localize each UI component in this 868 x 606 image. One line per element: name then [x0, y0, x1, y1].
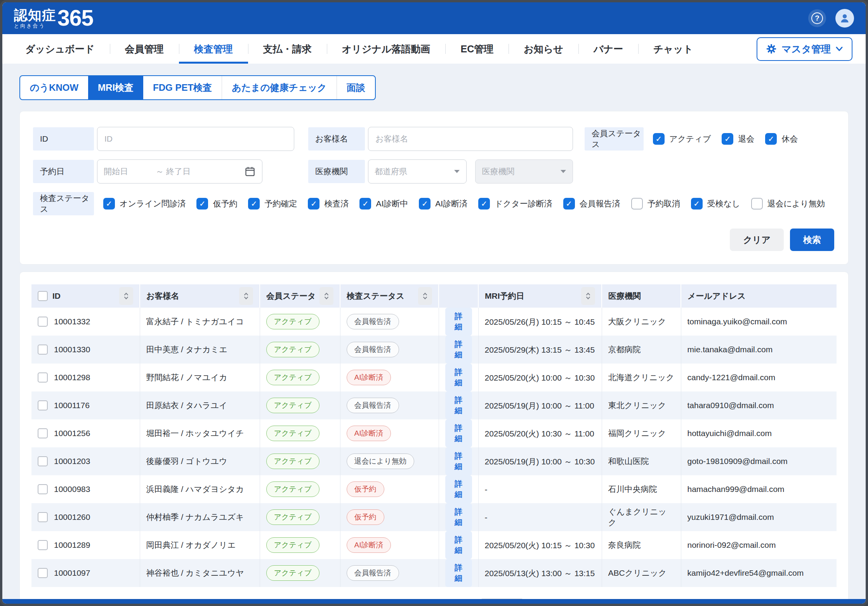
page-size-value: 10 — [486, 604, 495, 606]
hospital-name: 大阪クリニック — [608, 317, 666, 326]
row-checkbox[interactable] — [38, 540, 48, 550]
email-address: hottayuichi@dmail.com — [687, 429, 772, 438]
member-status-option-1[interactable]: 退会 — [722, 133, 754, 145]
sort-button-id[interactable] — [119, 287, 133, 305]
brand-subtitle: と向き合う — [14, 23, 56, 28]
subtab-3[interactable]: あたまの健康チェック — [222, 76, 337, 99]
exam-status-option-6[interactable]: ドクター診断済 — [478, 198, 552, 210]
row-checkbox[interactable] — [38, 428, 48, 438]
checkbox-unchecked-icon[interactable] — [631, 198, 643, 210]
member-status-option-0[interactable]: アクティブ — [653, 133, 711, 145]
customer-name: 岡田典江 / オカダノリエ — [146, 540, 236, 549]
table-row[interactable]: 10001176 田原結衣 / タハラユイ アクティブ 会員報告済 詳細 202… — [31, 391, 837, 419]
checkbox-checked-icon[interactable] — [248, 198, 260, 210]
detail-button[interactable]: 詳細 — [445, 308, 472, 336]
detail-button[interactable]: 詳細 — [445, 336, 472, 364]
detail-button[interactable]: 詳細 — [445, 503, 472, 531]
row-checkbox[interactable] — [38, 372, 48, 383]
row-checkbox[interactable] — [38, 484, 48, 494]
nav-item-2[interactable]: 検査管理 — [179, 34, 248, 64]
detail-button[interactable]: 詳細 — [445, 559, 472, 587]
table-row[interactable]: 10000983 浜田義隆 / ハマダヨシタカ アクティブ 仮予約 詳細 - 石… — [31, 475, 837, 503]
subtab-2[interactable]: FDG PET検査 — [143, 76, 222, 99]
sort-button-customer[interactable] — [239, 287, 253, 305]
detail-button[interactable]: 詳細 — [445, 447, 472, 475]
hospital-select[interactable]: 医療機関 — [475, 159, 573, 184]
checkbox-checked-icon[interactable] — [765, 133, 777, 145]
subtab-1[interactable]: MRI検査 — [88, 76, 143, 99]
table-row[interactable]: 10001203 後藤優羽 / ゴトウユウ アクティブ 退会により無効 詳細 2… — [31, 447, 837, 475]
table-row[interactable]: 10001330 田中美恵 / タナカミエ アクティブ 会員報告済 詳細 202… — [31, 336, 837, 364]
exam-status-option-3[interactable]: 検査済 — [308, 198, 349, 210]
nav-item-5[interactable]: EC管理 — [445, 34, 509, 64]
checkbox-checked-icon[interactable] — [308, 198, 319, 210]
checkbox-checked-icon[interactable] — [691, 198, 703, 210]
checkbox-checked-icon[interactable] — [563, 198, 575, 210]
select-all-checkbox[interactable] — [38, 291, 48, 301]
customer-name-input[interactable] — [368, 127, 573, 151]
sort-button-mri-date[interactable] — [581, 287, 595, 305]
checkbox-checked-icon[interactable] — [722, 133, 733, 145]
prefecture-select[interactable]: 都道府県 — [368, 159, 467, 184]
hospital-name: ABCクリニック — [608, 568, 667, 577]
exam-status-option-10[interactable]: 退会により無効 — [751, 198, 825, 210]
exam-status-option-0[interactable]: オンライン問診済 — [103, 198, 186, 210]
exam-status-option-4[interactable]: AI診断中 — [359, 198, 408, 210]
exam-status-option-1[interactable]: 仮予約 — [196, 198, 237, 210]
table-row[interactable]: 10001332 富永結子 / トミナガユイコ アクティブ 会員報告済 詳細 2… — [31, 308, 837, 336]
nav-item-8[interactable]: チャット — [638, 34, 708, 64]
avatar[interactable] — [835, 9, 854, 28]
exam-status-option-2[interactable]: 予約確定 — [248, 198, 297, 210]
top-header: 認知症 と向き合う 365 ? — [2, 2, 866, 34]
row-checkbox[interactable] — [38, 512, 48, 522]
nav-item-6[interactable]: お知らせ — [509, 34, 578, 64]
exam-status-option-label: ドクター診断済 — [495, 198, 552, 209]
detail-button[interactable]: 詳細 — [445, 391, 472, 419]
table-row[interactable]: 10001289 岡田典江 / オカダノリエ アクティブ AI診断済 詳細 20… — [31, 531, 837, 559]
detail-button[interactable]: 詳細 — [445, 475, 472, 503]
checkbox-checked-icon[interactable] — [419, 198, 431, 210]
table-row[interactable]: 10001260 仲村柚季 / ナカムラユズキ アクティブ 仮予約 詳細 - ぐ… — [31, 503, 837, 531]
subtab-4[interactable]: 面談 — [337, 76, 375, 99]
table-row[interactable]: 10001298 野間結花 / ノマユイカ アクティブ AI診断済 詳細 202… — [31, 364, 837, 391]
customer-name: 浜田義隆 / ハマダヨシタカ — [146, 485, 244, 493]
checkbox-unchecked-icon[interactable] — [751, 198, 763, 210]
search-button[interactable]: 検索 — [790, 229, 834, 251]
nav-item-4[interactable]: オリジナル落語動画 — [327, 34, 446, 64]
start-date-input[interactable] — [104, 167, 153, 176]
calendar-icon[interactable] — [244, 166, 256, 177]
exam-status-option-7[interactable]: 会員報告済 — [563, 198, 620, 210]
detail-button[interactable]: 詳細 — [445, 531, 472, 559]
member-id: 10001289 — [54, 540, 90, 550]
table-row[interactable]: 10001256 堀田裕一 / ホッタユウイチ アクティブ AI診断済 詳細 2… — [31, 419, 837, 447]
row-checkbox[interactable] — [38, 345, 48, 355]
subtab-0[interactable]: のうKNOW — [20, 76, 88, 99]
row-checkbox[interactable] — [38, 317, 48, 327]
member-status-option-2[interactable]: 休会 — [765, 133, 798, 145]
nav-item-3[interactable]: 支払・請求 — [248, 34, 327, 64]
exam-status-option-5[interactable]: AI診断済 — [419, 198, 467, 210]
exam-status-option-9[interactable]: 受検なし — [691, 198, 740, 210]
sort-button-exam-status[interactable] — [418, 287, 432, 305]
id-input[interactable] — [97, 127, 294, 151]
checkbox-checked-icon[interactable] — [478, 198, 490, 210]
checkbox-checked-icon[interactable] — [103, 198, 115, 210]
row-checkbox[interactable] — [38, 400, 48, 410]
help-button[interactable]: ? — [808, 9, 826, 27]
sort-button-member-status[interactable] — [319, 287, 333, 305]
checkbox-checked-icon[interactable] — [653, 133, 665, 145]
exam-status-option-8[interactable]: 予約取消 — [631, 198, 680, 210]
master-management-button[interactable]: マスタ管理 — [757, 37, 852, 61]
row-checkbox[interactable] — [38, 568, 48, 578]
nav-item-1[interactable]: 会員管理 — [110, 34, 179, 64]
nav-item-0[interactable]: ダッシュボード — [10, 34, 110, 64]
table-row[interactable]: 10001097 神谷裕也 / カミタニユウヤ アクティブ 会員報告済 詳細 2… — [31, 559, 837, 587]
checkbox-checked-icon[interactable] — [359, 198, 371, 210]
clear-button[interactable]: クリア — [730, 229, 784, 251]
detail-button[interactable]: 詳細 — [445, 364, 472, 391]
checkbox-checked-icon[interactable] — [196, 198, 208, 210]
row-checkbox[interactable] — [38, 456, 48, 466]
nav-item-7[interactable]: バナー — [578, 34, 638, 64]
detail-button[interactable]: 詳細 — [445, 419, 472, 447]
end-date-input[interactable] — [166, 167, 216, 176]
